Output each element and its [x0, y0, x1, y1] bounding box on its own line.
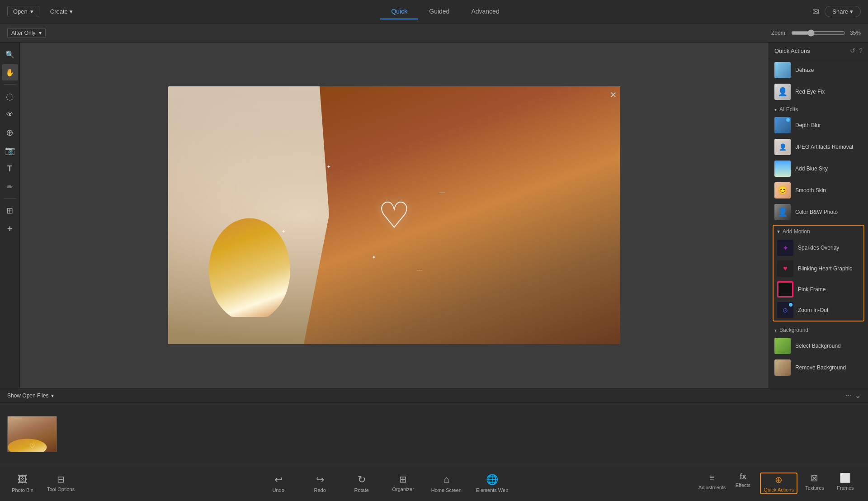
- action-sparkles[interactable]: ✦ Sparkles Overlay: [774, 237, 863, 258]
- tool-options-icon: ⊟: [57, 474, 65, 485]
- background-section-header[interactable]: ▾ Background: [769, 323, 868, 335]
- share-chevron: ▾: [850, 8, 853, 15]
- create-button[interactable]: Create ▾: [45, 6, 78, 17]
- tab-advanced[interactable]: Advanced: [460, 4, 510, 19]
- zoom-tool[interactable]: 🔍: [2, 46, 18, 62]
- sparkles-thumb: ✦: [777, 240, 793, 256]
- action-remove-bg[interactable]: Remove Background: [769, 357, 868, 378]
- bw-label: Color B&W Photo: [795, 209, 838, 215]
- organizer-button[interactable]: ⊞ Organizer: [390, 474, 417, 493]
- action-smooth-skin[interactable]: 😊 Smooth Skin: [769, 180, 868, 201]
- add-motion-items: ✦ Sparkles Overlay ♥ Blinking Heart Grap…: [774, 237, 863, 321]
- rotate-button[interactable]: ↻ Rotate: [348, 474, 375, 493]
- zoom-inout-thumb: ⊙: [777, 302, 793, 318]
- eye-tool[interactable]: 👁: [2, 106, 18, 123]
- selection-tool[interactable]: ◌: [2, 88, 18, 104]
- panel-reset-icon[interactable]: ↺: [850, 47, 855, 54]
- bw-thumb: 👤: [774, 204, 791, 220]
- photo-bin-header-dots: ··· ⌄: [845, 391, 861, 400]
- zoom-label: Zoom:: [771, 30, 787, 36]
- photo-thumbnail-1[interactable]: ♡: [7, 416, 57, 452]
- adjustments-tab[interactable]: ≡ Adjustments: [698, 473, 726, 494]
- textures-icon: ⊠: [811, 473, 818, 483]
- ai-edits-section-header[interactable]: ▾ AI Edits: [769, 103, 868, 114]
- panel-header: Quick Actions ↺ ?: [769, 43, 868, 59]
- frames-tab[interactable]: ⬜ Frames: [832, 473, 859, 494]
- undo-button[interactable]: ↩ Undo: [265, 474, 292, 493]
- elements-web-button[interactable]: 🌐 Elements Web: [476, 474, 508, 493]
- adjustments-icon: ≡: [709, 473, 715, 483]
- organizer-icon: ⊞: [399, 474, 407, 485]
- create-chevron: ▾: [70, 8, 73, 15]
- redo-icon: ↪: [316, 474, 324, 486]
- panel-help-icon[interactable]: ?: [859, 47, 863, 54]
- action-heart[interactable]: ♥ Blinking Heart Graphic: [774, 258, 863, 279]
- canvas-close-button[interactable]: ✕: [610, 90, 617, 100]
- add-tool[interactable]: +: [2, 221, 18, 237]
- select-bg-label: Select Background: [795, 343, 841, 349]
- photo-bin-header: Show Open Files ▾ ··· ⌄: [0, 388, 868, 403]
- open-button[interactable]: Open ▾: [7, 6, 39, 17]
- left-toolbar: 🔍 ✋ ◌ 👁 ⊕ 📷 T ✏ ⊞ +: [0, 43, 20, 388]
- select-bg-thumb: [774, 338, 791, 354]
- tab-quick[interactable]: Quick: [380, 4, 418, 19]
- second-bar: After Only ▾ Zoom: 35%: [0, 24, 868, 43]
- action-bw[interactable]: 👤 Color B&W Photo: [769, 201, 868, 223]
- mail-icon[interactable]: ✉: [812, 7, 819, 17]
- home-screen-button[interactable]: ⌂ Home Screen: [431, 474, 462, 493]
- bottom-area: Show Open Files ▾ ··· ⌄ ♡: [0, 388, 868, 465]
- action-jpeg[interactable]: 👤 JPEG Artifacts Removal: [769, 136, 868, 158]
- open-label: Open: [13, 8, 28, 15]
- photo-bin-tab[interactable]: 🖼 Photo Bin: [9, 474, 36, 493]
- canvas-container: ♡ ✦ ✦ ✦ — — ✕: [168, 86, 620, 344]
- photo-bin-collapse-icon[interactable]: ⌄: [855, 391, 861, 400]
- view-mode-select[interactable]: After Only ▾: [7, 28, 46, 38]
- pink-frame-label: Pink Frame: [798, 286, 826, 293]
- jpeg-label: JPEG Artifacts Removal: [795, 144, 853, 150]
- rotate-icon: ↻: [358, 474, 366, 486]
- sparkle-4: —: [439, 189, 445, 196]
- quick-actions-icon: ⊕: [775, 474, 783, 485]
- zoom-slider[interactable]: [791, 29, 845, 37]
- show-open-files[interactable]: Show Open Files ▾: [7, 392, 54, 399]
- canvas-area: ♡ ✦ ✦ ✦ — — ✕: [20, 43, 769, 388]
- sparkle-1: ✦: [326, 164, 331, 170]
- hand-tool[interactable]: ✋: [2, 64, 18, 80]
- sparkles-label: Sparkles Overlay: [798, 245, 839, 251]
- tool-options-tab[interactable]: ⊟ Tool Options: [47, 474, 75, 493]
- action-depth-blur[interactable]: Depth Blur: [769, 114, 868, 136]
- open-chevron: ▾: [30, 8, 33, 15]
- action-pink-frame[interactable]: Pink Frame: [774, 279, 863, 300]
- share-button[interactable]: Share ▾: [825, 6, 861, 17]
- redo-button[interactable]: ↪ Redo: [307, 474, 334, 493]
- action-dehaze[interactable]: Dehaze: [769, 59, 868, 81]
- panel-scroll[interactable]: Dehaze 👤 Red Eye Fix ▾ AI Edits Depth Bl…: [769, 59, 868, 388]
- dehaze-thumb: [774, 62, 791, 78]
- action-blue-sky[interactable]: Add Blue Sky: [769, 158, 868, 180]
- photo-bin-more-icon[interactable]: ···: [845, 392, 851, 400]
- transform-tool[interactable]: ⊞: [2, 203, 18, 219]
- nav-tabs: Quick Guided Advanced: [84, 4, 807, 19]
- textures-tab[interactable]: ⊠ Textures: [801, 473, 828, 494]
- view-mode-label: After Only: [11, 30, 35, 36]
- heart-thumb: ♥: [777, 260, 793, 277]
- panel-icons: ↺ ?: [850, 47, 863, 54]
- background-chevron: ▾: [774, 328, 777, 333]
- effects-tab[interactable]: fx Effects: [729, 473, 756, 494]
- text-tool[interactable]: T: [2, 161, 18, 177]
- add-motion-header[interactable]: ▾ Add Motion: [774, 226, 863, 237]
- view-mode-chevron: ▾: [39, 30, 42, 36]
- redeye-thumb: 👤: [774, 84, 791, 100]
- action-redeye[interactable]: 👤 Red Eye Fix: [769, 81, 868, 103]
- main-layout: 🔍 ✋ ◌ 👁 ⊕ 📷 T ✏ ⊞ + ♡ ✦: [0, 43, 868, 388]
- action-zoom-inout[interactable]: ⊙ Zoom In-Out: [774, 300, 863, 321]
- tab-guided[interactable]: Guided: [418, 4, 460, 19]
- quick-actions-tab[interactable]: ⊕ Quick Actions: [760, 473, 797, 494]
- camera-tool[interactable]: 📷: [2, 142, 18, 159]
- home-icon: ⌂: [443, 474, 449, 486]
- tool-options-label: Tool Options: [47, 487, 75, 492]
- action-select-bg[interactable]: Select Background: [769, 335, 868, 357]
- heal-tool[interactable]: ⊕: [2, 124, 18, 141]
- draw-tool[interactable]: ✏: [2, 179, 18, 195]
- blue-sky-thumb: [774, 161, 791, 177]
